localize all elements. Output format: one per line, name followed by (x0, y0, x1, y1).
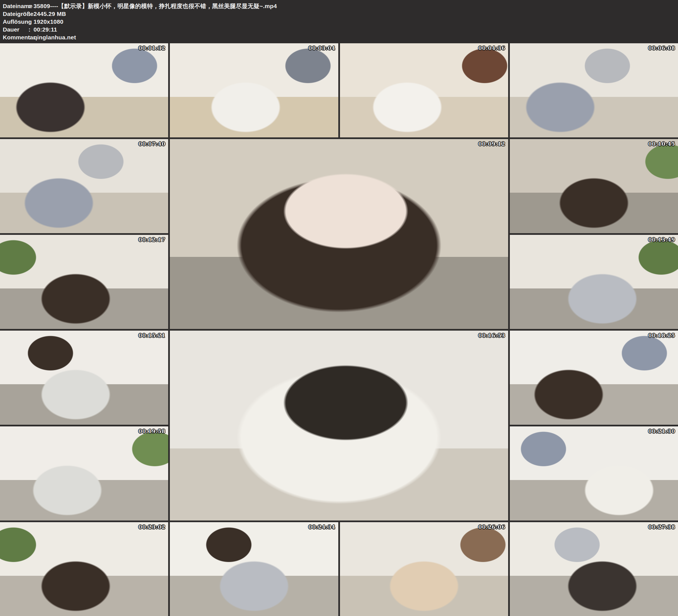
filename-value: 35809----【默示录】新模小怀，明星像的模特，挣扎程度也很不错，黑丝美腿尽… (34, 2, 277, 10)
frame-timestamp: 00:12:17 (139, 237, 165, 243)
video-frame-large: 00:16:53 (170, 331, 508, 521)
meta-row-resolution: Auflösung : 1920x1080 (3, 18, 678, 26)
video-frame: 00:19:58 (0, 426, 168, 521)
frame-timestamp: 00:04:36 (478, 45, 505, 51)
frame-timestamp: 00:24:34 (308, 524, 335, 530)
frame-image-placeholder (510, 331, 678, 425)
video-frame: 00:18:25 (510, 331, 678, 425)
video-frame: 00:26:06 (340, 522, 508, 616)
video-frame: 00:03:04 (170, 43, 338, 138)
frame-timestamp: 00:26:06 (478, 524, 505, 530)
video-frame: 00:10:45 (510, 139, 678, 233)
resolution-value: 1920x1080 (34, 18, 64, 26)
frame-image-placeholder (170, 139, 508, 329)
video-frame: 00:01:32 (0, 43, 168, 138)
frame-image-placeholder (170, 331, 508, 521)
frame-timestamp: 00:23:02 (139, 524, 165, 530)
frame-timestamp: 00:27:38 (648, 524, 675, 530)
video-frame: 00:24:34 (170, 522, 338, 616)
frame-image-placeholder (510, 43, 678, 138)
meta-row-comment: Kommentar : qinglanhua.net (3, 34, 678, 41)
meta-label: Auflösung (3, 18, 29, 26)
meta-separator: : (29, 2, 34, 10)
frame-image-placeholder (170, 43, 338, 138)
filesize-value: 2445.29 MB (34, 10, 66, 18)
video-frame-large: 00:09:12 (170, 139, 508, 329)
meta-row-duration: Dauer : 00:29:11 (3, 26, 678, 34)
frame-image-placeholder (170, 522, 338, 616)
meta-label: Dateiname (3, 2, 29, 10)
meta-label: Kommentar (3, 34, 29, 41)
frame-image-placeholder (0, 522, 168, 616)
video-frame: 00:27:38 (510, 522, 678, 616)
frame-timestamp: 00:15:21 (139, 333, 165, 339)
meta-row-filesize: Dateigröße : 2445.29 MB (3, 10, 678, 18)
frame-image-placeholder (0, 139, 168, 233)
meta-label: Dateigröße (3, 10, 29, 18)
frame-timestamp: 00:03:04 (308, 45, 335, 51)
video-frame: 00:13:49 (510, 235, 678, 329)
thumbnail-grid: 00:01:32 00:03:04 00:04:36 00:06:08 00:0… (0, 42, 678, 616)
frame-image-placeholder (510, 139, 678, 233)
video-frame: 00:06:08 (510, 43, 678, 138)
frame-image-placeholder (510, 426, 678, 521)
meta-separator: : (29, 26, 34, 34)
duration-value: 00:29:11 (34, 26, 57, 34)
frame-image-placeholder (510, 522, 678, 616)
meta-label: Dauer (3, 26, 29, 34)
meta-separator: : (29, 34, 34, 41)
frame-image-placeholder (0, 426, 168, 521)
video-frame: 00:07:40 (0, 139, 168, 233)
meta-row-filename: Dateiname : 35809----【默示录】新模小怀，明星像的模特，挣扎… (3, 2, 678, 10)
video-frame: 00:04:36 (340, 43, 508, 138)
meta-separator: : (29, 10, 34, 18)
video-frame: 00:12:17 (0, 235, 168, 329)
frame-timestamp: 00:21:30 (648, 428, 675, 434)
frame-timestamp: 00:19:58 (139, 428, 165, 434)
frame-image-placeholder (340, 522, 508, 616)
frame-timestamp: 00:06:08 (648, 45, 675, 51)
metadata-header: Dateiname : 35809----【默示录】新模小怀，明星像的模特，挣扎… (0, 0, 678, 42)
meta-separator: : (29, 18, 34, 26)
frame-image-placeholder (340, 43, 508, 138)
frame-image-placeholder (0, 235, 168, 329)
frame-timestamp: 00:10:45 (648, 141, 675, 147)
video-frame: 00:23:02 (0, 522, 168, 616)
frame-timestamp: 00:01:32 (139, 45, 165, 51)
video-frame: 00:15:21 (0, 331, 168, 425)
frame-image-placeholder (0, 43, 168, 138)
frame-image-placeholder (510, 235, 678, 329)
comment-value: qinglanhua.net (34, 34, 76, 41)
frame-timestamp: 00:07:40 (139, 141, 165, 147)
video-frame: 00:21:30 (510, 426, 678, 521)
frame-image-placeholder (0, 331, 168, 425)
frame-timestamp: 00:16:53 (478, 333, 505, 339)
frame-timestamp: 00:18:25 (648, 333, 675, 339)
frame-timestamp: 00:09:12 (478, 141, 505, 147)
frame-timestamp: 00:13:49 (648, 237, 675, 243)
